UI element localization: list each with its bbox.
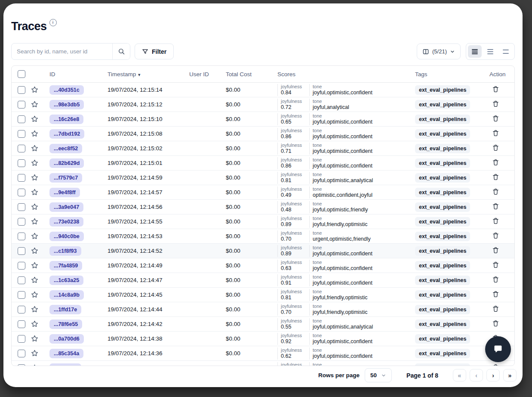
table-row[interactable]: ...78f6e55 19/07/2024, 12:14:42 $0.00 jo… bbox=[12, 317, 515, 332]
table-row[interactable]: ...85c354a 19/07/2024, 12:14:36 $0.00 jo… bbox=[12, 346, 515, 361]
row-height-small-button[interactable] bbox=[468, 45, 482, 58]
tag-chip[interactable]: ext_eval_pipelines bbox=[415, 100, 470, 109]
trace-id-badge[interactable]: ...82b629d bbox=[49, 158, 84, 168]
favorite-star-icon[interactable] bbox=[31, 203, 39, 211]
trace-id-badge[interactable]: ...40d351c bbox=[49, 85, 84, 95]
table-row[interactable]: ...1c63a25 19/07/2024, 12:14:47 $0.00 jo… bbox=[12, 273, 515, 288]
row-checkbox[interactable] bbox=[18, 189, 25, 196]
next-page-button[interactable]: › bbox=[486, 369, 500, 381]
trace-id-badge[interactable]: ...0a700d6 bbox=[49, 334, 84, 344]
table-row[interactable]: ...940c0be 19/07/2024, 12:14:53 $0.00 jo… bbox=[12, 229, 515, 244]
delete-trace-icon[interactable] bbox=[492, 305, 499, 313]
tag-chip[interactable]: ext_eval_pipelines bbox=[415, 276, 470, 285]
favorite-star-icon[interactable] bbox=[31, 174, 39, 182]
delete-trace-icon[interactable] bbox=[492, 173, 499, 181]
tag-chip[interactable]: ext_eval_pipelines bbox=[415, 319, 470, 329]
favorite-star-icon[interactable] bbox=[31, 188, 39, 196]
favorite-star-icon[interactable] bbox=[31, 217, 39, 226]
row-checkbox[interactable] bbox=[18, 86, 25, 94]
trace-id-badge[interactable]: ...78f6e55 bbox=[49, 319, 82, 329]
favorite-star-icon[interactable] bbox=[31, 349, 39, 357]
tag-chip[interactable]: ext_eval_pipelines bbox=[415, 290, 470, 300]
table-row[interactable]: ...7fa4859 19/07/2024, 12:14:49 $0.00 jo… bbox=[12, 258, 515, 273]
row-checkbox[interactable] bbox=[18, 276, 25, 284]
favorite-star-icon[interactable] bbox=[31, 276, 39, 284]
tag-chip[interactable]: ext_eval_pipelines bbox=[415, 217, 470, 226]
favorite-star-icon[interactable] bbox=[31, 305, 39, 313]
table-row[interactable]: ...c1f8f93 19/07/2024, 12:14:52 $0.00 jo… bbox=[12, 244, 515, 258]
table-row[interactable]: ...82b629d 19/07/2024, 12:15:01 $0.00 jo… bbox=[12, 156, 515, 171]
row-checkbox[interactable] bbox=[18, 350, 25, 357]
trace-id-badge[interactable]: ...1ffd17e bbox=[49, 305, 81, 314]
delete-trace-icon[interactable] bbox=[492, 261, 499, 269]
table-row[interactable]: ...b8e8ff6 19/07/2024, 12:14:35 $0.00 jo… bbox=[12, 361, 515, 366]
favorite-star-icon[interactable] bbox=[31, 130, 39, 138]
favorite-star-icon[interactable] bbox=[31, 159, 39, 167]
trace-id-badge[interactable]: ...7dbd192 bbox=[49, 129, 84, 139]
trace-id-badge[interactable]: ...7fa4859 bbox=[49, 261, 82, 270]
delete-trace-icon[interactable] bbox=[492, 188, 499, 195]
trace-id-badge[interactable]: ...f7579c7 bbox=[49, 173, 82, 183]
trace-id-badge[interactable]: ...3a9e047 bbox=[49, 202, 83, 212]
search-icon[interactable] bbox=[112, 43, 130, 59]
row-checkbox[interactable] bbox=[18, 145, 25, 152]
last-page-button[interactable]: » bbox=[503, 369, 517, 381]
delete-trace-icon[interactable] bbox=[492, 115, 499, 122]
table-row[interactable]: ...1ffd17e 19/07/2024, 12:14:44 $0.00 jo… bbox=[12, 302, 515, 317]
trace-id-badge[interactable]: ...73e0238 bbox=[49, 217, 83, 226]
table-row[interactable]: ...73e0238 19/07/2024, 12:14:55 $0.00 jo… bbox=[12, 214, 515, 229]
trace-id-badge[interactable]: ...c1f8f93 bbox=[49, 246, 81, 256]
row-checkbox[interactable] bbox=[18, 291, 25, 299]
favorite-star-icon[interactable] bbox=[31, 86, 39, 94]
delete-trace-icon[interactable] bbox=[492, 202, 499, 210]
favorite-star-icon[interactable] bbox=[31, 335, 39, 343]
column-visibility-button[interactable]: (5/21) bbox=[417, 43, 461, 59]
tag-chip[interactable]: ext_eval_pipelines bbox=[415, 144, 470, 153]
row-checkbox[interactable] bbox=[18, 218, 25, 226]
tag-chip[interactable]: ext_eval_pipelines bbox=[415, 261, 470, 270]
row-checkbox[interactable] bbox=[18, 247, 25, 255]
table-row[interactable]: ...7dbd192 19/07/2024, 12:15:08 $0.00 jo… bbox=[12, 127, 515, 141]
delete-trace-icon[interactable] bbox=[492, 290, 499, 298]
table-row[interactable]: ...0a700d6 19/07/2024, 12:14:38 $0.00 jo… bbox=[12, 332, 515, 346]
rows-per-page-select[interactable]: 50 bbox=[365, 368, 392, 382]
favorite-star-icon[interactable] bbox=[31, 291, 39, 299]
favorite-star-icon[interactable] bbox=[31, 232, 39, 240]
table-row[interactable]: ...14c8a9b 19/07/2024, 12:14:45 $0.00 jo… bbox=[12, 288, 515, 302]
row-checkbox[interactable] bbox=[18, 233, 25, 240]
table-row[interactable]: ...eec8f52 19/07/2024, 12:15:02 $0.00 jo… bbox=[12, 141, 515, 156]
row-height-medium-button[interactable] bbox=[483, 45, 497, 58]
trace-id-badge[interactable]: ...1c63a25 bbox=[49, 276, 83, 285]
delete-trace-icon[interactable] bbox=[492, 232, 499, 239]
row-checkbox[interactable] bbox=[18, 203, 25, 211]
row-checkbox[interactable] bbox=[18, 174, 25, 182]
favorite-star-icon[interactable] bbox=[31, 115, 39, 123]
trace-id-badge[interactable]: ...98e3db5 bbox=[49, 100, 84, 109]
favorite-star-icon[interactable] bbox=[31, 100, 39, 109]
trace-id-badge[interactable]: ...eec8f52 bbox=[49, 144, 82, 153]
tag-chip[interactable]: ext_eval_pipelines bbox=[415, 188, 470, 197]
favorite-star-icon[interactable] bbox=[31, 320, 39, 328]
delete-trace-icon[interactable] bbox=[492, 100, 499, 108]
row-checkbox[interactable] bbox=[18, 159, 25, 167]
chat-widget-button[interactable] bbox=[485, 336, 511, 362]
first-page-button[interactable]: « bbox=[453, 369, 466, 381]
row-checkbox[interactable] bbox=[18, 130, 25, 138]
tag-chip[interactable]: ext_eval_pipelines bbox=[415, 349, 470, 358]
table-row[interactable]: ...f7579c7 19/07/2024, 12:14:59 $0.00 jo… bbox=[12, 171, 515, 185]
previous-page-button[interactable]: ‹ bbox=[470, 369, 483, 381]
tag-chip[interactable]: ext_eval_pipelines bbox=[415, 305, 470, 314]
delete-trace-icon[interactable] bbox=[492, 246, 499, 254]
tag-chip[interactable]: ext_eval_pipelines bbox=[415, 334, 470, 344]
table-row[interactable]: ...9e4f8ff 19/07/2024, 12:14:57 $0.00 jo… bbox=[12, 185, 515, 200]
tag-chip[interactable]: ext_eval_pipelines bbox=[415, 202, 470, 212]
table-row[interactable]: ...40d351c 19/07/2024, 12:15:14 $0.00 jo… bbox=[12, 83, 515, 97]
row-checkbox[interactable] bbox=[18, 320, 25, 328]
search-input[interactable] bbox=[12, 43, 112, 59]
tag-chip[interactable]: ext_eval_pipelines bbox=[415, 129, 470, 139]
info-icon[interactable]: i bbox=[49, 19, 57, 26]
trace-id-badge[interactable]: ...16c26e8 bbox=[49, 115, 83, 124]
tag-chip[interactable]: ext_eval_pipelines bbox=[415, 173, 470, 183]
delete-trace-icon[interactable] bbox=[492, 129, 499, 137]
row-checkbox[interactable] bbox=[18, 306, 25, 313]
